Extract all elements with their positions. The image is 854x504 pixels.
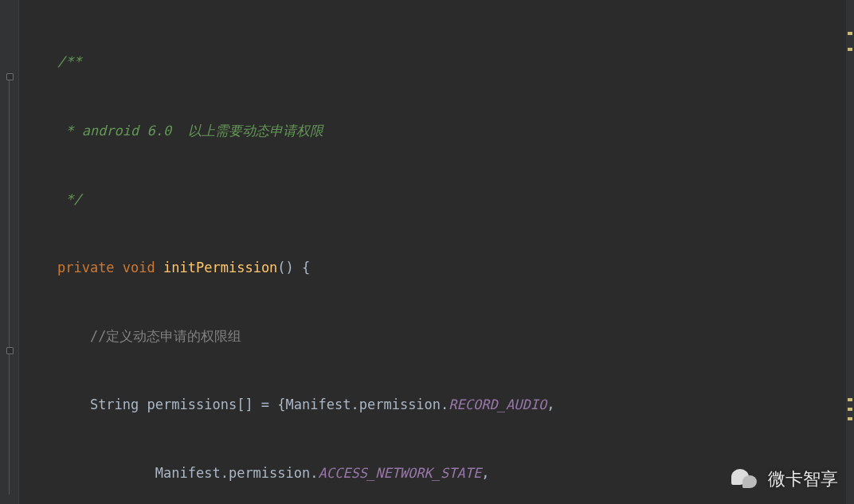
code-line: */ bbox=[18, 188, 854, 211]
class-ref: Manifest bbox=[286, 397, 351, 412]
warning-marker[interactable] bbox=[848, 408, 852, 411]
punct: . bbox=[441, 397, 449, 412]
keyword: private bbox=[57, 260, 115, 275]
class-ref: Manifest bbox=[155, 465, 221, 481]
warning-marker[interactable] bbox=[848, 398, 852, 401]
editor-overview-stripe[interactable] bbox=[846, 0, 854, 504]
code-line: private void initPermission() { bbox=[18, 256, 854, 279]
wechat-icon bbox=[731, 467, 760, 491]
doc-comment: */ bbox=[57, 191, 82, 207]
watermark-text: 微卡智享 bbox=[768, 468, 838, 491]
punct: , bbox=[546, 397, 554, 412]
code-line: String permissions[] = {Manifest.permiss… bbox=[18, 393, 854, 416]
code-line: /** bbox=[18, 50, 854, 73]
keyword: void bbox=[123, 260, 155, 275]
constant: ACCESS_NETWORK_STATE bbox=[319, 465, 482, 481]
warning-marker[interactable] bbox=[848, 32, 852, 35]
punct: . bbox=[310, 465, 318, 481]
warning-marker[interactable] bbox=[848, 417, 852, 420]
editor-gutter bbox=[0, 0, 19, 504]
punct: () { bbox=[277, 260, 310, 275]
doc-comment: 以上需要动态申请权限 bbox=[188, 123, 323, 139]
doc-comment: /** bbox=[57, 53, 82, 69]
warning-marker[interactable] bbox=[848, 48, 852, 51]
watermark: 微卡智享 bbox=[731, 467, 838, 491]
field: permission bbox=[229, 465, 310, 481]
field: permission bbox=[359, 397, 441, 412]
code-editor[interactable]: /** * android 6.0 以上需要动态申请权限 */ private … bbox=[0, 0, 854, 504]
punct: . bbox=[351, 397, 358, 412]
punct: . bbox=[221, 465, 229, 481]
punct: [] = { bbox=[237, 397, 285, 412]
code-line: Manifest.permission.ACCESS_NETWORK_STATE… bbox=[18, 462, 854, 485]
fold-marker[interactable] bbox=[6, 347, 14, 354]
code-line: //定义动态申请的权限组 bbox=[18, 325, 854, 348]
type: String bbox=[90, 397, 139, 412]
code-line: * android 6.0 以上需要动态申请权限 bbox=[18, 119, 854, 143]
line-comment: //定义动态申请的权限组 bbox=[90, 328, 241, 344]
fold-marker[interactable] bbox=[6, 73, 14, 80]
method-name: initPermission bbox=[163, 260, 277, 275]
identifier: permissions bbox=[147, 397, 237, 412]
code-content[interactable]: /** * android 6.0 以上需要动态申请权限 */ private … bbox=[18, 0, 854, 504]
fold-guide bbox=[9, 80, 10, 494]
doc-comment: * android 6.0 bbox=[57, 123, 188, 139]
punct: , bbox=[481, 465, 489, 481]
constant: RECORD_AUDIO bbox=[449, 397, 546, 412]
